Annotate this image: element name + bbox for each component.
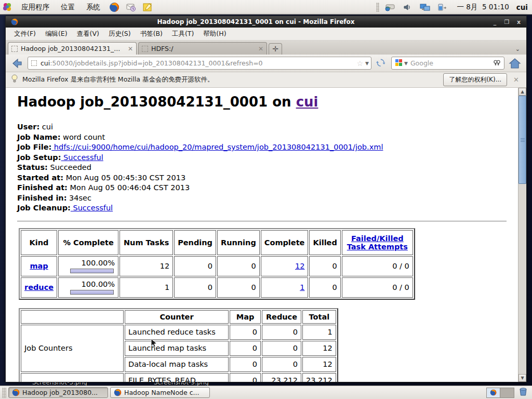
panel-separator <box>376 3 379 12</box>
workspace-2[interactable] <box>500 388 514 397</box>
menu-file[interactable]: 文件(F) <box>10 28 40 40</box>
notification-bar: Mozilla Firefox 是来自非营利性 Mozilla 基金会的免费开源… <box>6 72 526 88</box>
job-cleanup: Job Cleanup: Successful <box>17 203 518 214</box>
job-finished-in: Finished in: 34sec <box>17 193 518 204</box>
distro-logo-icon[interactable] <box>2 2 13 13</box>
job-status: Status: Succeeded <box>17 163 518 173</box>
panel-clock[interactable]: 一 8月 5 01:10 <box>453 3 513 12</box>
job-cleanup-link[interactable]: Successful <box>71 204 113 212</box>
minimize-button[interactable]: _ <box>491 19 498 25</box>
tab-close-icon[interactable]: ✕ <box>255 45 263 52</box>
table-row: Job Counters Launched reduce tasks 0 0 1 <box>21 325 336 340</box>
reload-button[interactable] <box>375 57 388 70</box>
counter-group-label: Job Counters <box>21 325 124 372</box>
job-started: Started at: Mon Aug 05 00:45:30 CST 2013 <box>17 173 518 183</box>
table-row: map 100.00% 12 0 0 12 0 0 / 0 <box>21 256 413 276</box>
menu-tools[interactable]: 工具(T) <box>168 28 198 40</box>
bottom-taskbar: Hadoop job_2013080... Hadoop NameNode c.… <box>0 385 532 399</box>
scroll-down-icon[interactable]: ▼ <box>518 374 526 382</box>
mouse-cursor <box>151 338 158 349</box>
home-button[interactable] <box>508 56 522 71</box>
search-placeholder: Google <box>408 59 493 67</box>
tab-hdfs[interactable]: HDFS:/ ✕ <box>138 42 267 55</box>
search-bar[interactable]: ▼ Google <box>391 57 504 70</box>
menu-view[interactable]: 查看(V) <box>73 28 103 40</box>
firefox-window-icon <box>10 18 19 26</box>
window-titlebar[interactable]: Hadoop job_201308042131_0001 on cui - Mo… <box>6 16 526 28</box>
panel-username[interactable]: cui <box>516 3 528 11</box>
system-menu[interactable]: 系统 <box>82 1 105 14</box>
firefox-menubar: 文件(F) 编辑(E) 查看(V) 历史(S) 书签(B) 工具(T) 帮助(H… <box>6 28 526 41</box>
failed-killed-attempts-link[interactable]: Failed/Killed Task Attempts <box>347 234 408 251</box>
url-bar[interactable]: cui:50030/jobdetails.jsp?jobid=job_20130… <box>28 57 371 70</box>
trash-icon[interactable] <box>518 387 528 398</box>
keyboard-indicator-icon[interactable] <box>384 2 395 13</box>
job-name: Job Name: word count <box>17 132 518 143</box>
url-dropdown-icon[interactable]: ▼ <box>365 61 369 66</box>
navigation-toolbar: cui:50030/jobdetails.jsp?jobid=job_20130… <box>6 55 526 72</box>
search-engine-dropdown-icon[interactable]: ▼ <box>404 61 408 66</box>
menu-history[interactable]: 历史(S) <box>104 28 135 40</box>
know-your-rights-button[interactable]: 了解您的权利(K)... <box>443 73 507 86</box>
tab-favicon-placeholder-icon <box>11 46 18 52</box>
map-tasks-link[interactable]: map <box>30 262 48 270</box>
notification-text: Mozilla Firefox 是来自非营利性 Mozilla 基金会的免费开源… <box>22 75 439 84</box>
divider <box>17 221 507 222</box>
job-setup-link[interactable]: Successful <box>61 153 103 162</box>
firefox-task-icon <box>12 389 20 396</box>
table-row: FILE_BYTES_READ 0 23,212 23,212 <box>21 373 336 382</box>
maximize-button[interactable]: ❐ <box>503 19 510 25</box>
map-complete-link[interactable]: 12 <box>295 262 304 270</box>
table-header-row: Counter Map Reduce Total <box>21 310 336 324</box>
back-button[interactable] <box>10 56 24 71</box>
job-setup: Job Setup: Successful <box>17 153 518 163</box>
reduce-tasks-link[interactable]: reduce <box>24 283 54 291</box>
menu-help[interactable]: 帮助(H) <box>199 28 230 40</box>
list-all-tabs-icon[interactable]: ⌄ <box>515 46 524 55</box>
job-file-link[interactable]: hdfs://cui:9000/home/cui/hadoop_20/mapre… <box>51 143 383 151</box>
close-button[interactable]: x <box>515 19 522 25</box>
workspace-switcher[interactable] <box>486 388 514 398</box>
search-go-icon[interactable] <box>493 59 501 68</box>
table-row: reduce 100.00% 1 0 0 1 0 0 / 0 <box>21 277 413 298</box>
reduce-complete-link[interactable]: 1 <box>300 283 304 291</box>
tab-strip: Hadoop job_201308042131_... ✕ HDFS:/ ✕ ✛… <box>6 41 526 55</box>
taskbar-item-hadoop-job[interactable]: Hadoop job_2013080... <box>8 387 108 398</box>
places-menu[interactable]: 位置 <box>56 1 79 14</box>
table-header-row: Kind % Complete Num Tasks Pending Runnin… <box>21 230 413 255</box>
window-title: Hadoop job_201308042131_0001 on cui - Mo… <box>20 18 491 25</box>
applications-menu[interactable]: 应用程序 <box>17 1 54 14</box>
lightbulb-icon <box>11 74 18 85</box>
scroll-up-icon[interactable]: ▲ <box>518 88 526 96</box>
job-finished-at: Finished at: Mon Aug 05 00:46:04 CST 201… <box>17 183 518 193</box>
google-logo-icon[interactable] <box>395 59 403 68</box>
new-tab-button[interactable]: ✛ <box>269 43 282 55</box>
scrollbar-thumb[interactable] <box>518 96 526 184</box>
firefox-task-icon <box>114 389 122 396</box>
scrollbar-track[interactable] <box>518 96 526 374</box>
volume-icon[interactable] <box>402 2 413 13</box>
tab-favicon-placeholder-icon <box>142 46 148 52</box>
workspace-1[interactable] <box>487 388 500 397</box>
notification-close-icon[interactable]: ✕ <box>511 76 521 84</box>
firefox-launcher-icon[interactable] <box>109 2 120 13</box>
email-launcher-icon[interactable] <box>125 2 137 13</box>
menu-edit[interactable]: 编辑(E) <box>41 28 72 40</box>
bookmark-star-icon[interactable]: ☆ <box>357 59 364 68</box>
battery-icon[interactable] <box>437 2 448 13</box>
gnome-top-panel: 应用程序 位置 系统 一 8月 5 01:10 cui <box>0 0 532 15</box>
url-text: cui:50030/jobdetails.jsp?jobid=job_20130… <box>41 59 357 67</box>
taskbar-handle[interactable] <box>2 388 6 398</box>
page-title: Hadoop job_201308042131_0001 on cui <box>17 94 518 110</box>
tab-close-icon[interactable]: ✕ <box>125 45 133 52</box>
counters-table: Counter Map Reduce Total Job Counters La… <box>19 308 338 382</box>
vertical-scrollbar[interactable]: ▲ ▼ <box>518 88 526 382</box>
tab-hadoop-job[interactable]: Hadoop job_201308042131_... ✕ <box>8 42 137 55</box>
job-user: User: cui <box>17 122 518 132</box>
menu-bookmarks[interactable]: 书签(B) <box>136 28 167 40</box>
taskbar-item-hadoop-namenode[interactable]: Hadoop NameNode c... <box>110 387 210 398</box>
tracker-host-link[interactable]: cui <box>296 94 318 110</box>
notes-launcher-icon[interactable] <box>142 2 153 13</box>
network-monitors-icon[interactable] <box>419 2 431 13</box>
firefox-window: Hadoop job_201308042131_0001 on cui - Mo… <box>5 16 527 382</box>
